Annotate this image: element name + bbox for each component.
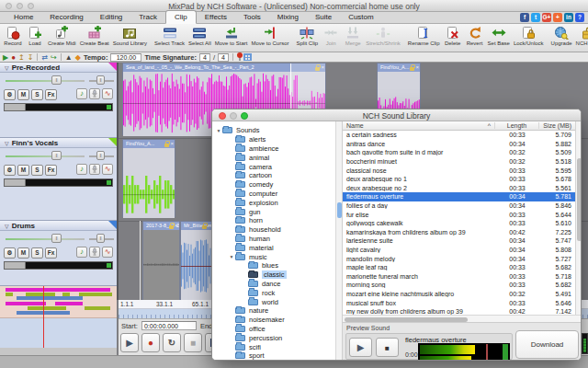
clip-findyou-track2[interactable]: FindYou_A...×	[122, 139, 175, 217]
record-button[interactable]: ●	[141, 333, 160, 352]
split-clip-button[interactable]: Split Clip	[294, 25, 320, 52]
share-icon[interactable]: +	[553, 13, 562, 22]
sound-row[interactable]: a certain sadness00:335.709	[343, 131, 575, 140]
column-header-size[interactable]: Size (MB)	[539, 122, 575, 129]
clip-header[interactable]: FindYou_A...×	[378, 63, 420, 72]
pan-slider-handle[interactable]: ‖	[96, 151, 105, 160]
move-up-icon[interactable]: ↥	[18, 53, 25, 62]
list-vertical-scrollbar[interactable]	[575, 121, 582, 315]
sound-row[interactable]: classical nose00:335.595	[343, 166, 575, 175]
metronome-icon[interactable]: ▲	[65, 53, 73, 62]
tree-item-human[interactable]: human	[212, 235, 335, 244]
clip-body[interactable]	[181, 230, 212, 301]
sound-row[interactable]: anitras dance00:345.882	[343, 140, 575, 149]
tree-item-animal[interactable]: animal	[212, 153, 335, 162]
list-vscroll-thumb[interactable]	[577, 158, 582, 241]
twitter-icon[interactable]: t	[531, 13, 540, 22]
sound-row[interactable]: deux arabesque no 200:335.561	[343, 184, 575, 193]
help-icon[interactable]: ?	[575, 13, 584, 22]
microphone-icon[interactable]	[89, 247, 100, 258]
mini-record-icon[interactable]: ●	[11, 53, 16, 62]
revert-button[interactable]: Revert	[464, 25, 486, 52]
tab-mixing[interactable]: Mixing	[269, 11, 307, 23]
linkedin-icon[interactable]: in	[564, 13, 573, 22]
track-m-button[interactable]: M	[17, 165, 29, 176]
tab-recording[interactable]: Recording	[41, 11, 91, 23]
tuner-icon[interactable]: ◆	[75, 53, 81, 62]
delete-button[interactable]: Delete	[442, 25, 464, 52]
time-signature-denominator[interactable]: 4	[218, 53, 229, 62]
sound-row[interactable]: morning song00:335.682	[343, 281, 575, 290]
tree-item-dance[interactable]: dance	[212, 280, 335, 289]
sound-row[interactable]: light cavalry00:345.808	[343, 246, 575, 255]
googleplus-icon[interactable]: G+	[542, 13, 551, 22]
track-s-button[interactable]: S	[31, 165, 43, 176]
sound-row[interactable]: my new dolly from childrens album op 390…	[343, 307, 575, 315]
upgrade-button[interactable]: Upgrade	[549, 25, 574, 52]
sound-row[interactable]: fledermaus overture00:345.781	[343, 192, 575, 201]
tree-scrollbar[interactable]	[335, 121, 343, 361]
sound-row[interactable]: marionette funeral march00:335.718	[343, 272, 575, 282]
waveform-icon[interactable]: ∿	[102, 88, 113, 99]
list-horizontal-scrollbar[interactable]	[343, 315, 582, 322]
sound-row[interactable]: kamarinskaya from childrens album op 390…	[343, 228, 575, 237]
clip-close-icon[interactable]: ×	[170, 140, 174, 148]
clip-lock-icon[interactable]	[164, 144, 169, 147]
clip-header[interactable]: Mr_Bitterness...×	[181, 222, 212, 230]
overview-playhead[interactable]	[43, 286, 44, 349]
microphone-icon[interactable]	[89, 164, 100, 175]
tree-item-gun[interactable]: gun	[212, 207, 335, 216]
sound-row[interactable]: maple leaf rag00:335.682	[343, 263, 575, 272]
expander-open-icon[interactable]: ▼	[228, 254, 235, 259]
track-s-button[interactable]: S	[31, 247, 43, 259]
tab-track[interactable]: Track	[130, 11, 165, 23]
sound-row[interactable]: musical snuff box00:335.646	[343, 298, 575, 307]
time-signature-numerator[interactable]: 4	[199, 53, 210, 62]
clip-body[interactable]	[143, 230, 179, 301]
nch-suite-button[interactable]: NCH Suite	[574, 25, 588, 52]
column-header-length[interactable]: Length	[495, 122, 539, 129]
track-settings-button[interactable]: ⚙	[4, 247, 16, 259]
tab-clip[interactable]: Clip	[165, 10, 197, 24]
tree-item-household[interactable]: household	[212, 225, 335, 235]
clip-close-icon[interactable]: ×	[415, 63, 419, 72]
clip-mr-bitterness[interactable]: Mr_Bitterness...×	[180, 221, 213, 300]
track-m-button[interactable]: M	[17, 247, 29, 259]
sound-library-button[interactable]: Sound Library	[111, 25, 149, 52]
sound-row[interactable]: mozart eine kleine nachtmusik allegro00:…	[343, 290, 575, 299]
tab-suite[interactable]: Suite	[307, 11, 340, 23]
tree-item-blues[interactable]: blues	[212, 261, 335, 270]
expander-open-icon[interactable]: ▼	[215, 128, 222, 133]
tree-item-rock[interactable]: rock	[212, 288, 335, 297]
facebook-icon[interactable]: f	[520, 13, 529, 22]
track-collapse-icon[interactable]: ▽	[5, 224, 9, 229]
track-settings-button[interactable]: ⚙	[4, 165, 16, 176]
tree-item-scifi[interactable]: scifi	[212, 342, 335, 351]
tree-item-world[interactable]: world	[212, 297, 335, 306]
lock-unlock-button[interactable]: Lock/Unlock	[512, 25, 546, 52]
clip-header[interactable]: FindYou_A...×	[123, 140, 175, 148]
clip-lock-icon[interactable]	[202, 225, 207, 229]
volume-slider-handle[interactable]: ‖	[51, 75, 62, 85]
sound-row[interactable]: larlesienne suite00:345.747	[343, 236, 575, 246]
tree-scrollbar-thumb[interactable]	[337, 202, 342, 218]
track-m-button[interactable]: M	[17, 89, 29, 100]
track-s-button[interactable]: S	[31, 89, 43, 100]
midi-note-icon[interactable]: ♪	[76, 88, 87, 99]
track-settings-button[interactable]: ⚙	[4, 89, 16, 100]
tab-editing[interactable]: Editing	[92, 11, 130, 23]
tree-item-computer[interactable]: computer	[212, 190, 335, 199]
tempo-input[interactable]: 120.00	[110, 53, 141, 62]
sound-row[interactable]: bach gavotte from suite in d major00:325…	[343, 148, 575, 157]
select-all-button[interactable]: Select All	[187, 25, 213, 52]
loop-button[interactable]: ↻	[163, 333, 181, 352]
waveform-icon[interactable]: ∿	[102, 164, 113, 175]
set-base-button[interactable]: Set Base	[486, 25, 512, 52]
create-midi-button[interactable]: Create Midi	[46, 25, 78, 52]
tree-item-explosion[interactable]: explosion	[212, 198, 335, 207]
tree-item-horn[interactable]: horn	[212, 216, 335, 225]
track-fx-button[interactable]: Fx	[45, 247, 57, 259]
clip-lock-icon[interactable]	[169, 225, 174, 229]
preview-stop-button[interactable]: ■	[376, 338, 399, 357]
sound-row[interactable]: fur elise00:335.644	[343, 210, 575, 219]
